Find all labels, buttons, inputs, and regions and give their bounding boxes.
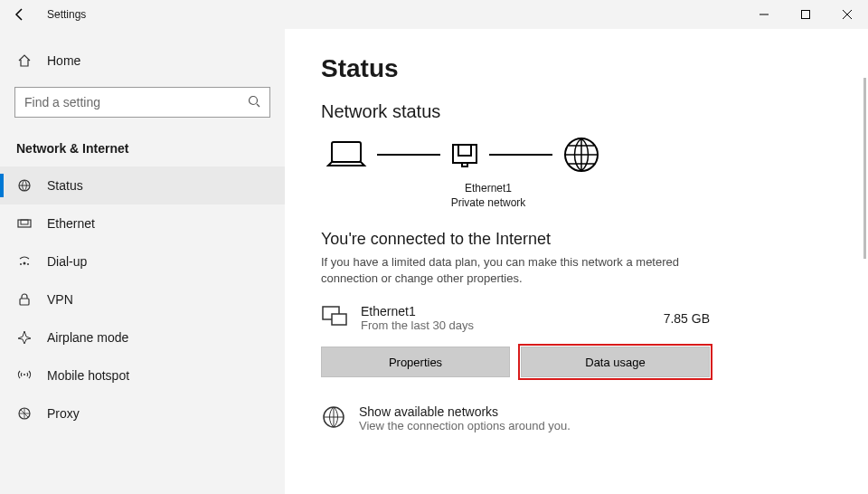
proxy-icon xyxy=(16,405,33,422)
sidebar: Home Find a setting Network & Internet S… xyxy=(0,29,285,494)
sidebar-item-label: Status xyxy=(47,178,83,193)
search-placeholder: Find a setting xyxy=(24,95,248,109)
minimize-button[interactable] xyxy=(743,0,785,29)
ethernet-icon xyxy=(16,215,33,232)
connection-period: From the last 30 days xyxy=(361,318,651,332)
dialup-icon xyxy=(16,253,33,270)
network-diagram xyxy=(325,135,832,175)
airplane-icon xyxy=(16,329,33,346)
connected-desc: If you have a limited data plan, you can… xyxy=(321,254,692,286)
maximize-button[interactable] xyxy=(785,0,826,29)
sidebar-item-label: Mobile hotspot xyxy=(47,368,129,383)
sidebar-item-proxy[interactable]: Proxy xyxy=(0,394,285,432)
content-pane: Status Network status Ethernet1 Private … xyxy=(285,29,868,494)
close-button[interactable] xyxy=(826,0,868,29)
available-networks-title: Show available networks xyxy=(359,404,571,419)
sidebar-category: Network & Internet xyxy=(0,130,285,166)
globe-icon xyxy=(321,404,346,432)
app-title: Settings xyxy=(40,8,86,21)
diagram-caption: Ethernet1 Private network xyxy=(439,182,538,210)
sidebar-item-dialup[interactable]: Dial-up xyxy=(0,242,285,280)
svg-rect-11 xyxy=(332,142,361,162)
hotspot-icon xyxy=(16,367,33,384)
svg-rect-13 xyxy=(458,145,471,156)
sidebar-item-airplane[interactable]: Airplane mode xyxy=(0,318,285,356)
available-networks-desc: View the connection options around you. xyxy=(359,419,571,432)
svg-point-7 xyxy=(27,263,29,265)
sidebar-item-label: Ethernet xyxy=(47,216,95,231)
home-icon xyxy=(16,52,33,69)
sidebar-item-label: Proxy xyxy=(47,406,80,421)
connection-usage: 7.85 GB xyxy=(664,311,710,326)
diagram-line xyxy=(377,154,440,156)
svg-rect-12 xyxy=(453,145,476,163)
svg-point-6 xyxy=(20,263,22,265)
laptop-icon xyxy=(325,138,368,171)
ethernet-adapter-icon xyxy=(321,305,348,331)
status-icon xyxy=(16,177,33,194)
sidebar-item-vpn[interactable]: VPN xyxy=(0,280,285,318)
sidebar-item-label: VPN xyxy=(47,292,73,307)
connection-summary: Ethernet1 From the last 30 days 7.85 GB xyxy=(321,304,710,332)
section-network-status: Network status xyxy=(321,101,832,122)
diagram-line xyxy=(489,154,552,156)
data-usage-button[interactable]: Data usage xyxy=(521,347,710,377)
show-available-networks[interactable]: Show available networks View the connect… xyxy=(321,404,832,432)
sidebar-item-label: Dial-up xyxy=(47,254,87,269)
scrollbar-thumb[interactable] xyxy=(863,78,866,259)
svg-rect-0 xyxy=(802,11,810,19)
connection-name: Ethernet1 xyxy=(361,304,651,318)
svg-rect-3 xyxy=(18,220,31,227)
svg-point-9 xyxy=(24,374,25,375)
back-button[interactable] xyxy=(0,0,40,29)
vpn-icon xyxy=(16,291,33,308)
connected-heading: You're connected to the Internet xyxy=(321,230,832,249)
svg-rect-16 xyxy=(332,314,346,325)
search-input[interactable]: Find a setting xyxy=(14,87,270,118)
svg-rect-8 xyxy=(20,299,29,305)
svg-rect-4 xyxy=(21,220,28,224)
ethernet-adapter-icon xyxy=(449,139,480,170)
sidebar-item-ethernet[interactable]: Ethernet xyxy=(0,204,285,242)
svg-point-5 xyxy=(24,262,26,265)
sidebar-item-hotspot[interactable]: Mobile hotspot xyxy=(0,356,285,394)
sidebar-item-status[interactable]: Status xyxy=(0,166,285,204)
sidebar-home-label: Home xyxy=(47,53,80,68)
search-icon xyxy=(248,95,260,110)
svg-point-1 xyxy=(250,96,258,104)
page-title: Status xyxy=(321,54,832,83)
globe-icon xyxy=(561,135,601,175)
sidebar-item-label: Airplane mode xyxy=(47,330,128,345)
properties-button[interactable]: Properties xyxy=(321,347,510,377)
sidebar-home[interactable]: Home xyxy=(0,42,285,80)
